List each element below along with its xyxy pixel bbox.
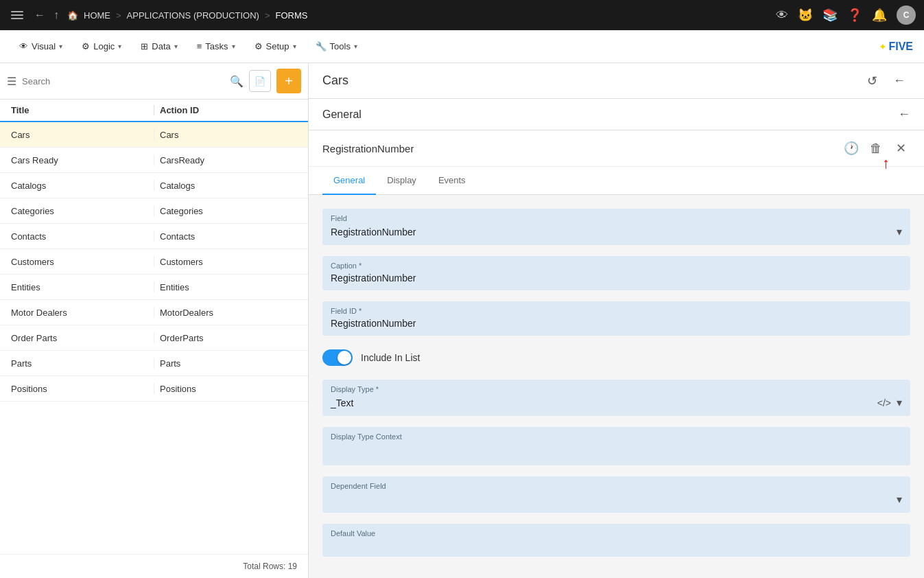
nav-visual[interactable]: 👁 Visual ▾	[11, 37, 71, 56]
table-row[interactable]: Motor Dealers MotorDealers	[0, 300, 308, 325]
nav-tasks-label: Tasks	[205, 41, 228, 51]
row-title: Cars Ready	[11, 155, 148, 165]
panel-header: Cars ↺ ←	[309, 63, 924, 99]
search-icon[interactable]: 🔍	[230, 75, 244, 88]
row-divider	[154, 281, 154, 292]
refresh-icon[interactable]: ↺	[861, 70, 883, 92]
table-row[interactable]: Cars Cars	[0, 122, 308, 148]
home-label[interactable]: HOME	[84, 10, 110, 21]
bell-icon[interactable]: 🔔	[872, 8, 887, 23]
row-action: Customers	[160, 257, 297, 267]
field-tabs: General Display Events	[309, 167, 924, 195]
tab-display[interactable]: Display	[376, 167, 427, 195]
row-action: OrderParts	[160, 333, 297, 343]
display-type-value[interactable]: _Text	[331, 397, 877, 408]
forward-button[interactable]: ↑	[54, 9, 59, 21]
toggle-thumb	[337, 351, 351, 365]
field-id-value[interactable]: RegistrationNumber	[331, 318, 416, 329]
nav-setup-label: Setup	[266, 41, 289, 51]
back-arrow-icon[interactable]: ←	[888, 70, 910, 92]
col-divider	[154, 105, 154, 115]
main-layout: ☰ 🔍 📄 + Title Action ID Cars Cars Cars R…	[0, 63, 924, 578]
row-title: Categories	[11, 206, 148, 216]
home-icon: 🏠	[67, 10, 78, 21]
caption-label: Caption *	[331, 262, 902, 270]
row-divider	[154, 332, 154, 343]
add-button[interactable]: +	[276, 69, 301, 93]
nav-data[interactable]: ⊞ Data ▾	[132, 37, 185, 56]
table-row[interactable]: Contacts Contacts	[0, 224, 308, 249]
books-icon[interactable]: 📚	[822, 8, 838, 23]
panel-title: Cars	[322, 73, 861, 88]
nav-logic[interactable]: ⚙ Logic ▾	[73, 37, 130, 56]
row-action: Parts	[160, 358, 297, 369]
search-bar: ☰ 🔍 📄 +	[0, 63, 308, 100]
nav-tasks[interactable]: ≡ Tasks ▾	[189, 37, 244, 56]
field-id-label: Field ID *	[331, 307, 902, 315]
close-icon[interactable]: ✕	[891, 139, 910, 158]
search-input[interactable]	[22, 76, 224, 86]
row-divider	[154, 231, 154, 242]
row-action: MotorDealers	[160, 308, 297, 318]
code-icon[interactable]: </>	[877, 397, 891, 408]
row-title: Cars	[11, 130, 148, 140]
dependent-field-label: Dependent Field	[331, 482, 902, 490]
chevron-down-icon: ▾	[232, 43, 235, 50]
table-row[interactable]: Order Parts OrderParts	[0, 325, 308, 351]
include-in-list-toggle[interactable]	[322, 349, 353, 366]
applications-label[interactable]: APPLICATIONS (PRODUCTION)	[127, 10, 259, 21]
help-icon[interactable]: ❓	[847, 8, 862, 23]
nav-tools[interactable]: 🔧 Tools ▾	[307, 37, 366, 56]
nav-logic-label: Logic	[93, 41, 115, 51]
document-icon-button[interactable]: 📄	[249, 70, 271, 92]
table-footer: Total Rows: 19	[0, 554, 308, 578]
include-in-list-row: Include In List	[322, 347, 910, 369]
left-sidebar: ☰ 🔍 📄 + Title Action ID Cars Cars Cars R…	[0, 63, 309, 578]
row-divider	[154, 154, 154, 165]
row-action: Contacts	[160, 231, 297, 242]
five-logo: ✦ FIVE	[879, 41, 913, 53]
table-row[interactable]: Parts Parts	[0, 351, 308, 376]
field-panel-header: RegistrationNumber 🕐 🗑 ✕	[309, 130, 924, 167]
display-type-label: Display Type *	[331, 385, 902, 393]
row-divider	[154, 180, 154, 191]
top-bar: ← ↑ 🏠 HOME > APPLICATIONS (PRODUCTION) >…	[0, 0, 924, 30]
row-title: Catalogs	[11, 181, 148, 191]
field-dropdown-icon[interactable]: ▾	[897, 225, 902, 238]
eye-icon: 👁	[19, 41, 28, 51]
second-nav: 👁 Visual ▾ ⚙ Logic ▾ ⊞ Data ▾ ≡ Tasks ▾ …	[0, 30, 924, 63]
delete-icon[interactable]: 🗑	[866, 139, 886, 158]
dependent-dropdown-icon[interactable]: ▾	[897, 493, 902, 506]
table-row[interactable]: Customers Customers	[0, 249, 308, 275]
clock-icon[interactable]: 🕐	[842, 139, 861, 158]
dependent-field-field: Dependent Field ▾	[322, 476, 910, 513]
back-button[interactable]: ←	[34, 9, 45, 21]
row-divider	[154, 358, 154, 369]
tab-general[interactable]: General	[322, 167, 376, 195]
caption-value[interactable]: RegistrationNumber	[331, 273, 416, 284]
row-title: Customers	[11, 257, 148, 267]
display-type-context-label: Display Type Context	[331, 432, 902, 441]
tab-events[interactable]: Events	[427, 167, 477, 195]
monitor-icon[interactable]: 👁	[776, 8, 788, 23]
avatar[interactable]: C	[897, 5, 916, 25]
person-icon[interactable]: 🐱	[798, 8, 813, 23]
table-row[interactable]: Entities Entities	[0, 275, 308, 300]
default-value-label: Default Value	[331, 529, 902, 537]
forms-label[interactable]: FORMS	[276, 10, 308, 21]
top-bar-right: 👁 🐱 📚 ❓ 🔔 C	[776, 5, 916, 25]
section-back-icon[interactable]: ←	[898, 107, 910, 122]
filter-icon[interactable]: ☰	[7, 75, 16, 88]
hamburger-menu[interactable]	[8, 8, 26, 22]
table-row[interactable]: Positions Positions	[0, 376, 308, 402]
nav-tools-label: Tools	[330, 41, 351, 51]
table-row[interactable]: Categories Categories	[0, 198, 308, 224]
row-action: Positions	[160, 384, 297, 394]
sep1: >	[116, 10, 121, 21]
logic-icon: ⚙	[82, 41, 90, 51]
table-row[interactable]: Cars Ready CarsReady	[0, 148, 308, 173]
grid-icon: ⊞	[141, 41, 148, 51]
table-row[interactable]: Catalogs Catalogs	[0, 173, 308, 198]
display-type-dropdown-icon[interactable]: ▾	[897, 396, 902, 409]
nav-setup[interactable]: ⚙ Setup ▾	[246, 37, 305, 56]
